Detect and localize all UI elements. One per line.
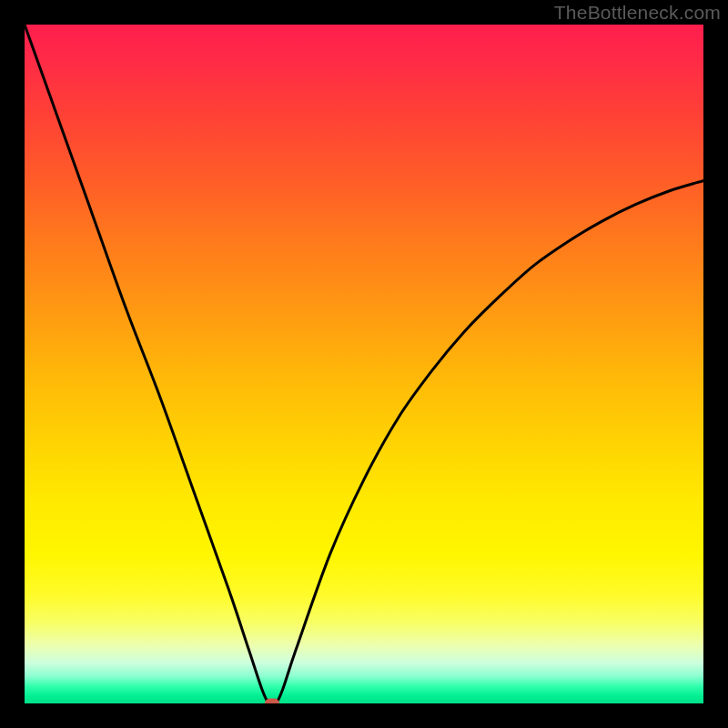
curve-svg — [25, 25, 703, 703]
chart-frame: TheBottleneck.com — [0, 0, 728, 728]
bottleneck-curve-path — [25, 25, 703, 703]
optimal-point-marker — [265, 699, 279, 704]
watermark-text: TheBottleneck.com — [554, 2, 721, 24]
plot-area — [25, 25, 703, 703]
